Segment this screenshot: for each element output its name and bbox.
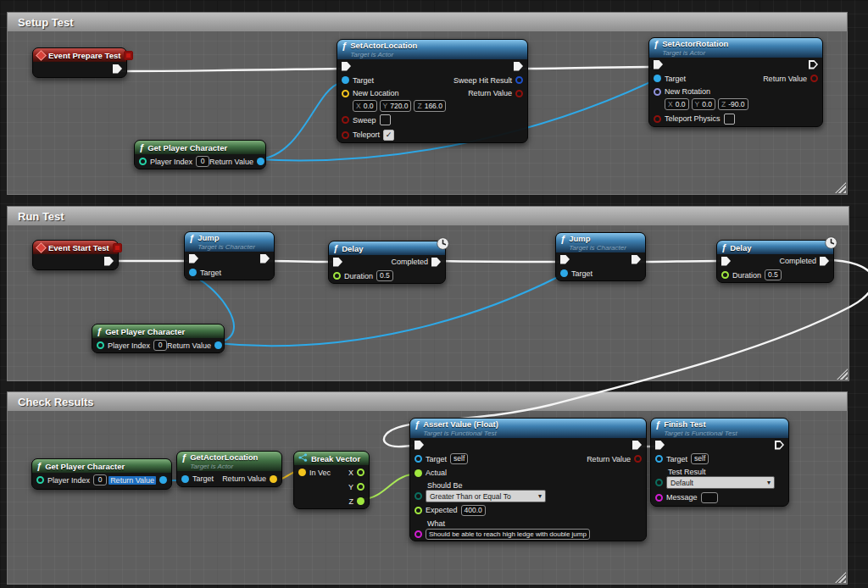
teleport-physics-pin[interactable] — [654, 115, 661, 123]
teleport-checkbox[interactable]: ✓ — [383, 130, 394, 141]
node-header[interactable]: Event Start Test — [33, 241, 118, 254]
player-index-pin[interactable] — [139, 158, 147, 165]
node-header[interactable]: ƒ Get Player Character — [92, 325, 224, 338]
location-z-input[interactable]: Z166.0 — [414, 100, 445, 112]
node-get-actor-location[interactable]: ƒ GetActorLocation Target is Actor Targe… — [176, 451, 282, 487]
exec-out-pin[interactable] — [632, 255, 641, 264]
return-value-pin[interactable] — [634, 455, 642, 463]
teleport-physics-checkbox[interactable] — [724, 114, 735, 125]
target-input[interactable]: self — [691, 453, 709, 464]
node-header[interactable]: Break Vector — [294, 452, 369, 465]
duration-pin[interactable] — [721, 271, 729, 279]
actual-pin[interactable] — [415, 469, 422, 477]
target-pin[interactable] — [415, 455, 422, 463]
exec-in-pin[interactable] — [560, 255, 570, 264]
node-header[interactable]: Event Prepare Test — [33, 48, 126, 62]
exec-in-pin[interactable] — [342, 62, 351, 71]
message-pin[interactable] — [655, 494, 663, 502]
node-delay-2[interactable]: ƒ Delay Completed Duration 0.5 — [716, 240, 834, 283]
what-input[interactable]: Should be able to reach high ledge with … — [426, 529, 590, 540]
exec-in-pin[interactable] — [655, 441, 665, 450]
target-pin[interactable] — [181, 475, 189, 483]
target-pin[interactable] — [342, 76, 349, 84]
node-get-player-character-setup[interactable]: ƒ Get Player Character Player Index 0 Re… — [134, 140, 266, 169]
node-header[interactable]: ƒ Get Player Character — [135, 141, 265, 154]
resize-handle[interactable] — [837, 369, 848, 380]
return-value-pin[interactable] — [159, 476, 167, 484]
completed-exec-out-pin[interactable] — [431, 258, 441, 267]
return-value-pin[interactable] — [515, 90, 523, 97]
resize-handle[interactable] — [835, 182, 846, 193]
expected-input[interactable]: 400.0 — [461, 505, 486, 516]
exec-out-pin[interactable] — [775, 441, 784, 450]
exec-out-pin[interactable] — [809, 60, 818, 69]
return-value-pin[interactable] — [270, 475, 277, 483]
comment-title-bar[interactable]: Check Results — [8, 392, 847, 411]
player-index-input[interactable]: 0 — [153, 340, 167, 351]
should-be-dropdown[interactable]: Greater Than or Equal To ▾ — [426, 490, 546, 502]
expected-pin[interactable] — [415, 507, 422, 514]
node-header[interactable]: ƒ Get Player Character — [32, 459, 171, 473]
location-y-input[interactable]: Y720.0 — [380, 100, 412, 112]
target-pin[interactable] — [655, 455, 663, 463]
target-input[interactable]: self — [450, 453, 468, 464]
node-jump-1[interactable]: ƒ Jump Target is Character Target — [184, 231, 275, 280]
in-vec-pin[interactable] — [298, 469, 306, 476]
sweep-hit-result-pin[interactable] — [515, 76, 523, 84]
should-be-pin[interactable] — [415, 492, 422, 500]
player-index-input[interactable]: 0 — [196, 156, 209, 167]
node-delay-1[interactable]: ƒ Delay Completed Duration 0.5 — [328, 241, 446, 284]
node-header[interactable]: ƒ Delay — [717, 241, 833, 254]
duration-input[interactable]: 0.5 — [376, 270, 393, 281]
comment-title-bar[interactable]: Setup Test — [8, 13, 847, 31]
node-header[interactable]: ƒ SetActorLocation Target is Actor — [337, 40, 527, 59]
node-header[interactable]: ƒ SetActorRotation Target is Actor — [649, 38, 822, 58]
node-jump-2[interactable]: ƒ Jump Target is Character Target — [555, 232, 646, 281]
exec-in-pin[interactable] — [333, 258, 342, 267]
exec-in-pin[interactable] — [721, 257, 731, 266]
y-pin[interactable] — [357, 483, 364, 491]
duration-input[interactable]: 0.5 — [765, 269, 782, 280]
location-x-input[interactable]: X0.0 — [353, 100, 377, 112]
node-header[interactable]: ƒ Finish Test Target is Functional Test — [651, 419, 788, 438]
node-header[interactable]: ƒ Jump Target is Character — [556, 233, 645, 252]
test-result-pin[interactable] — [655, 479, 663, 486]
node-set-actor-rotation[interactable]: ƒ SetActorRotation Target is Actor Targe… — [648, 37, 823, 127]
node-header[interactable]: ƒ Delay — [329, 241, 445, 255]
comment-run-test[interactable]: Run Test — [7, 206, 849, 381]
node-break-vector[interactable]: Break Vector In Vec X Y Z — [293, 451, 370, 509]
exec-out-pin[interactable] — [632, 441, 642, 450]
node-header[interactable]: ƒ Assert Value (Float) Target is Functio… — [410, 419, 646, 438]
rotation-y-input[interactable]: Y0.0 — [692, 98, 716, 110]
target-pin[interactable] — [654, 75, 661, 82]
what-pin[interactable] — [415, 530, 422, 538]
target-pin[interactable] — [560, 269, 568, 277]
node-finish-test[interactable]: ƒ Finish Test Target is Functional Test … — [650, 418, 789, 507]
node-set-actor-location[interactable]: ƒ SetActorLocation Target is Actor Targe… — [337, 39, 528, 143]
comment-title-bar[interactable]: Run Test — [8, 207, 849, 225]
z-pin[interactable] — [357, 497, 364, 505]
rotation-z-input[interactable]: Z-90.0 — [718, 98, 748, 110]
exec-in-pin[interactable] — [189, 254, 198, 263]
teleport-pin[interactable] — [342, 131, 349, 139]
duration-pin[interactable] — [333, 272, 341, 280]
player-index-pin[interactable] — [97, 341, 104, 349]
return-value-pin[interactable] — [257, 158, 264, 165]
target-pin[interactable] — [189, 269, 197, 276]
exec-in-pin[interactable] — [654, 60, 663, 69]
return-value-pin[interactable] — [810, 75, 818, 82]
node-header[interactable]: ƒ Jump Target is Character — [185, 232, 274, 252]
sweep-pin[interactable] — [342, 116, 349, 124]
exec-out-pin[interactable] — [113, 64, 122, 74]
new-rotation-pin[interactable] — [654, 88, 661, 96]
message-input[interactable] — [701, 492, 718, 503]
exec-out-pin[interactable] — [260, 254, 270, 263]
rotation-x-input[interactable]: X0.0 — [665, 98, 689, 110]
node-event-prepare-test[interactable]: Event Prepare Test — [32, 47, 127, 78]
completed-exec-out-pin[interactable] — [820, 257, 829, 266]
resize-handle[interactable] — [835, 572, 846, 583]
exec-in-pin[interactable] — [415, 441, 424, 450]
return-value-pin[interactable] — [214, 341, 222, 349]
blueprint-canvas[interactable]: Setup Test Run Test Check Results — [0, 0, 868, 588]
new-location-pin[interactable] — [342, 90, 349, 97]
